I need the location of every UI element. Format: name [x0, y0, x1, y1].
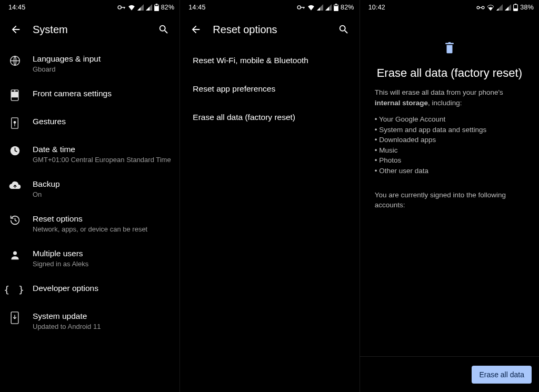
- svg-point-9: [14, 91, 15, 91]
- erase-bullet: Music: [375, 145, 524, 156]
- header: System: [0, 13, 179, 46]
- status-bar: 10:42 38%: [360, 0, 539, 13]
- status-right: 82%: [117, 4, 175, 11]
- screen-erase-all-data: 10:42 38% Erase all data (factory reset): [360, 0, 539, 392]
- svg-point-13: [13, 252, 17, 255]
- vpn-key-icon: [117, 5, 126, 10]
- item-subtitle: Signed in as Aleks: [33, 260, 171, 268]
- cloud-upload-icon: [8, 179, 21, 192]
- search-button[interactable]: [156, 22, 171, 37]
- settings-item-languages-input[interactable]: Languages & inputGboard: [0, 46, 179, 81]
- svg-rect-8: [11, 92, 18, 97]
- wifi-icon: [307, 4, 315, 11]
- settings-item-backup[interactable]: BackupOn: [0, 172, 179, 206]
- settings-item-developer-options[interactable]: { }Developer options: [0, 276, 179, 304]
- screen-reset-options: 14:45 82% Reset options Reset Wi-Fi, mob: [179, 0, 359, 392]
- screen-system: 14:45 82%: [0, 0, 179, 392]
- item-subtitle: On: [33, 190, 171, 199]
- svg-rect-3: [155, 4, 157, 5]
- reset-options-list: Reset Wi-Fi, mobile & BluetoothReset app…: [180, 46, 359, 132]
- battery-icon: [154, 4, 159, 11]
- wifi-icon: [487, 4, 494, 11]
- svg-rect-26: [514, 8, 518, 11]
- item-title: Gestures: [33, 116, 171, 126]
- reset-option-reset-wi-fi-mobile-bluetooth[interactable]: Reset Wi-Fi, mobile & Bluetooth: [180, 46, 359, 75]
- trash-illustration: [360, 13, 539, 56]
- item-title: Backup: [33, 179, 171, 189]
- person-icon: [8, 249, 21, 262]
- status-right: 38%: [476, 4, 534, 11]
- signed-in-note: You are currently signed into the follow…: [375, 190, 524, 210]
- settings-item-system-update[interactable]: System updateUpdated to Android 11: [0, 304, 179, 338]
- erase-bullet: Photos: [375, 155, 524, 166]
- page-title: System: [33, 24, 156, 36]
- svg-point-22: [482, 6, 485, 9]
- status-bar: 14:45 82%: [0, 0, 179, 13]
- erase-bullets: Your Google AccountSystem and app data a…: [375, 114, 524, 176]
- braces-icon: { }: [8, 284, 21, 296]
- svg-rect-20: [334, 5, 338, 6]
- signal-2-icon: [505, 4, 511, 11]
- signal-1-icon: [317, 4, 323, 11]
- battery-icon: [334, 4, 338, 11]
- svg-rect-23: [480, 7, 483, 7]
- svg-point-15: [297, 6, 301, 9]
- battery-icon: [513, 4, 518, 11]
- erase-intro: This will erase all data from your phone…: [375, 87, 524, 108]
- restore-icon: [8, 214, 21, 227]
- status-right: 82%: [297, 4, 354, 11]
- erase-bullet: Other user data: [375, 166, 524, 176]
- gesture-icon: [8, 117, 21, 129]
- signal-2-icon: [146, 4, 152, 11]
- svg-rect-28: [448, 42, 451, 43]
- signal-1-icon: [137, 4, 144, 11]
- item-subtitle: Updated to Android 11: [33, 323, 171, 331]
- item-title: Reset options: [33, 214, 171, 224]
- svg-rect-2: [124, 7, 124, 8]
- erase-body: This will erase all data from your phone…: [360, 80, 539, 210]
- search-button[interactable]: [336, 22, 351, 37]
- item-title: Front camera settings: [33, 88, 171, 98]
- erase-bullet: Your Google Account: [375, 114, 524, 125]
- svg-point-21: [477, 6, 480, 9]
- back-button[interactable]: [8, 22, 23, 37]
- back-button[interactable]: [188, 22, 203, 37]
- erase-title: Erase all data (factory reset): [360, 66, 539, 80]
- system-update-icon: [8, 311, 21, 324]
- camera-front-icon: [8, 89, 21, 102]
- language-icon: [8, 54, 21, 67]
- svg-rect-17: [303, 7, 304, 8]
- item-title: Multiple users: [33, 248, 171, 258]
- erase-bullet: System and app data and settings: [375, 125, 524, 135]
- bottom-bar: Erase all data: [360, 356, 539, 392]
- battery-pct: 82%: [341, 4, 354, 11]
- svg-rect-27: [445, 43, 454, 44]
- item-title: Developer options: [33, 283, 171, 293]
- header: Reset options: [180, 13, 359, 46]
- wifi-icon: [128, 4, 135, 11]
- settings-item-date-time[interactable]: Date & timeGMT+01:00 Central European St…: [0, 137, 179, 172]
- item-subtitle: Network, apps, or device can be reset: [33, 225, 171, 234]
- erase-all-data-button[interactable]: Erase all data: [472, 366, 532, 384]
- vpn-key-icon: [297, 5, 305, 10]
- settings-item-front-camera-settings[interactable]: Front camera settings: [0, 81, 179, 109]
- trash-icon: [444, 42, 455, 54]
- vpn-key-icon: [476, 5, 485, 10]
- settings-item-reset-options[interactable]: Reset optionsNetwork, apps, or device ca…: [0, 206, 179, 241]
- settings-item-gestures[interactable]: Gestures: [0, 109, 179, 137]
- settings-item-multiple-users[interactable]: Multiple usersSigned in as Aleks: [0, 241, 179, 276]
- svg-rect-18: [335, 4, 337, 5]
- search-icon: [158, 24, 169, 35]
- item-title: Languages & input: [33, 54, 171, 64]
- item-title: Date & time: [33, 144, 171, 154]
- settings-list: Languages & inputGboardFront camera sett…: [0, 46, 179, 338]
- erase-bullet: Downloaded apps: [375, 135, 524, 145]
- reset-option-erase-all-data-factory-reset[interactable]: Erase all data (factory reset): [180, 103, 359, 132]
- reset-option-reset-app-preferences[interactable]: Reset app preferences: [180, 75, 359, 103]
- search-icon: [338, 24, 350, 35]
- status-bar: 14:45 82%: [180, 0, 359, 13]
- clock-icon: [8, 145, 21, 157]
- status-time: 14:45: [188, 4, 205, 11]
- svg-rect-5: [155, 5, 158, 6]
- item-title: System update: [33, 311, 171, 321]
